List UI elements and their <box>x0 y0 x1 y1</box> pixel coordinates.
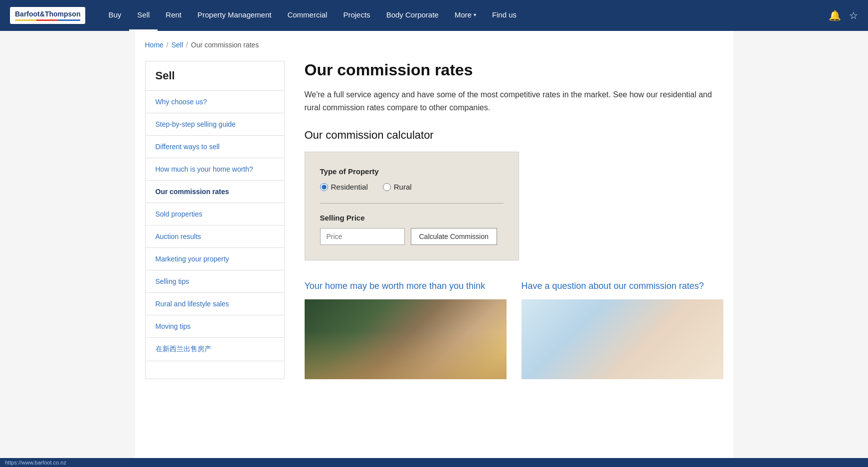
property-type-group: Residential Rural <box>320 183 504 191</box>
radio-residential-label: Residential <box>331 183 368 191</box>
sidebar-title: Sell <box>146 61 284 91</box>
status-bar: https://www.barfoot.co.nz <box>0 458 868 467</box>
nav-property-management[interactable]: Property Management <box>189 0 279 31</box>
card-commission-question-title[interactable]: Have a question about our commission rat… <box>521 280 723 292</box>
sidebar-item-commission-rates[interactable]: Our commission rates <box>146 181 284 203</box>
logo-area: Barfoot&Thompson <box>10 7 85 24</box>
sidebar-item-rural-lifestyle[interactable]: Rural and lifestyle sales <box>146 293 284 315</box>
radio-rural-label: Rural <box>394 183 412 191</box>
page-layout: Sell Why choose us? Step-by-step selling… <box>145 61 723 379</box>
chevron-down-icon: ▾ <box>474 12 476 17</box>
sidebar-item-moving-tips[interactable]: Moving tips <box>146 315 284 338</box>
card-home-worth: Your home may be worth more than you thi… <box>305 280 507 379</box>
nav-buy[interactable]: Buy <box>100 0 129 31</box>
selling-price-label: Selling Price <box>320 214 504 222</box>
sidebar: Sell Why choose us? Step-by-step selling… <box>145 61 285 379</box>
sidebar-item-auction-results[interactable]: Auction results <box>146 226 284 248</box>
content-area: Our commission rates We're a full servic… <box>305 61 723 379</box>
cards-row: Your home may be worth more than you thi… <box>305 280 723 379</box>
radio-residential-input[interactable] <box>320 183 328 191</box>
radio-rural-input[interactable] <box>383 183 391 191</box>
calculator-section-title: Our commission calculator <box>305 129 723 142</box>
sidebar-item-sold-properties[interactable]: Sold properties <box>146 203 284 226</box>
sidebar-item-why-choose-us[interactable]: Why choose us? <box>146 91 284 113</box>
breadcrumb-sell[interactable]: Sell <box>172 41 183 49</box>
type-of-property-label: Type of Property <box>320 167 504 176</box>
logo-text: Barfoot&Thompson <box>15 10 80 18</box>
sidebar-item-chinese[interactable]: 在新西兰出售房产 <box>146 338 284 361</box>
nav-rent[interactable]: Rent <box>158 0 189 31</box>
nav-commercial[interactable]: Commercial <box>279 0 335 31</box>
calculate-commission-button[interactable]: Calculate Commission <box>411 228 497 245</box>
radio-residential[interactable]: Residential <box>320 183 368 191</box>
card-home-worth-image <box>305 299 507 379</box>
calculator-box: Type of Property Residential Rural Selli… <box>305 152 519 260</box>
sidebar-item-home-worth[interactable]: How much is your home worth? <box>146 158 284 181</box>
star-icon[interactable]: ☆ <box>849 9 858 21</box>
header: Barfoot&Thompson Buy Sell Rent Property … <box>0 0 868 31</box>
calc-row: Calculate Commission <box>320 228 504 245</box>
sidebar-item-step-by-step[interactable]: Step-by-step selling guide <box>146 113 284 136</box>
nav-sell[interactable]: Sell <box>129 0 158 31</box>
logo-stripe <box>15 19 80 21</box>
breadcrumb-sep-1: / <box>167 41 169 49</box>
main-content: Home / Sell / Our commission rates Sell … <box>135 31 733 467</box>
price-input[interactable] <box>320 228 405 245</box>
breadcrumb-sep-2: / <box>186 41 188 49</box>
header-icons: 🔔 ☆ <box>829 9 858 21</box>
radio-rural[interactable]: Rural <box>383 183 412 191</box>
main-nav: Buy Sell Rent Property Management Commer… <box>100 0 829 31</box>
card-commission-question-image <box>521 299 723 379</box>
logo-box: Barfoot&Thompson <box>10 7 85 24</box>
sidebar-item-selling-tips[interactable]: Selling tips <box>146 270 284 293</box>
nav-projects[interactable]: Projects <box>335 0 378 31</box>
divider <box>320 203 504 204</box>
sidebar-item-marketing[interactable]: Marketing your property <box>146 248 284 270</box>
status-url: https://www.barfoot.co.nz <box>5 460 66 466</box>
breadcrumb-home[interactable]: Home <box>145 41 164 49</box>
card-home-worth-title[interactable]: Your home may be worth more than you thi… <box>305 280 507 292</box>
nav-more[interactable]: More ▾ <box>447 0 484 31</box>
breadcrumb: Home / Sell / Our commission rates <box>145 41 723 49</box>
card-commission-question: Have a question about our commission rat… <box>521 280 723 379</box>
page-title: Our commission rates <box>305 61 723 79</box>
sidebar-item-different-ways[interactable]: Different ways to sell <box>146 136 284 158</box>
nav-body-corporate[interactable]: Body Corporate <box>378 0 447 31</box>
page-description: We're a full service agency and have som… <box>305 88 723 114</box>
nav-find-us[interactable]: Find us <box>484 0 524 31</box>
notification-icon[interactable]: 🔔 <box>829 9 841 21</box>
breadcrumb-current: Our commission rates <box>191 41 259 49</box>
